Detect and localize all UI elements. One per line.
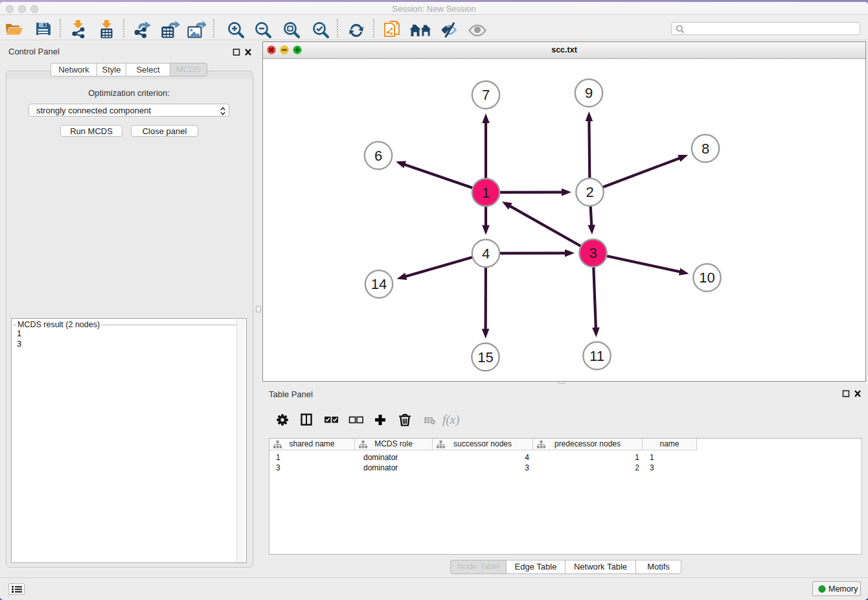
svg-text:8: 8 [702, 141, 709, 157]
svg-text:6: 6 [374, 148, 382, 164]
svg-text:1: 1 [482, 185, 490, 201]
svg-text:f(x): f(x) [442, 413, 459, 426]
svg-text:14: 14 [371, 276, 387, 292]
svg-text:4: 4 [482, 246, 490, 262]
svg-text:9: 9 [585, 85, 593, 101]
svg-text:7: 7 [482, 87, 490, 103]
svg-text:11: 11 [589, 348, 604, 364]
svg-text:10: 10 [699, 270, 714, 286]
svg-text:2: 2 [586, 184, 593, 200]
svg-text:15: 15 [477, 349, 493, 365]
svg-text:3: 3 [589, 245, 597, 261]
